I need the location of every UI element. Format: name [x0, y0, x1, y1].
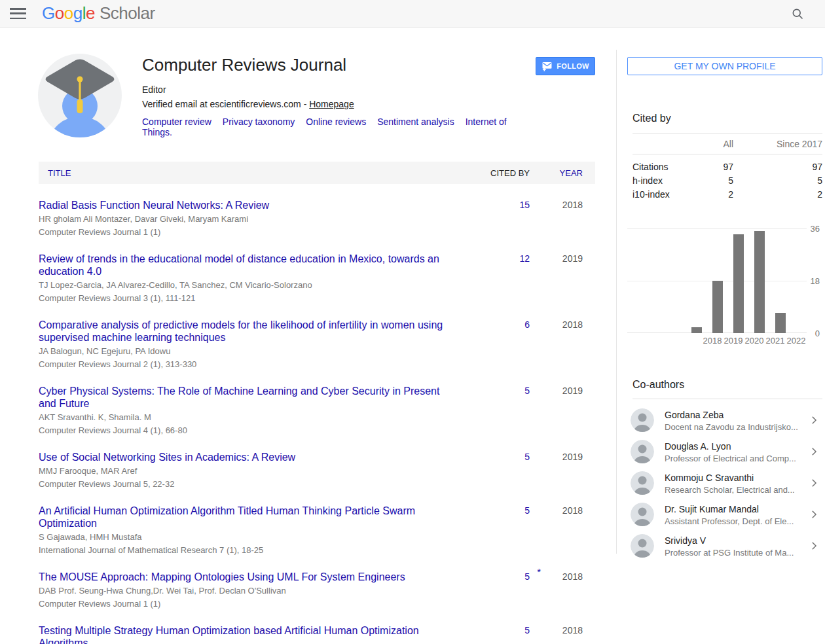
menu-icon[interactable] [10, 8, 26, 19]
table-row: An Artificial Human Optimization Algorit… [39, 505, 595, 556]
profile-avatar [38, 54, 122, 137]
cited-by-count-link[interactable]: 15 [519, 200, 530, 210]
chart-bar-slot [770, 231, 791, 333]
search-icon[interactable] [788, 5, 807, 23]
article-info: Cyber Physical Systems: The Role of Mach… [39, 385, 471, 436]
homepage-link[interactable]: Homepage [309, 99, 354, 109]
verified-email: Verified email at escientificreviews.com… [142, 99, 522, 109]
chevron-right-icon[interactable] [808, 414, 820, 426]
publications-rows: Radial Basis Function Neural Networks: A… [39, 199, 595, 644]
google-scholar-logo[interactable]: GoogleScholar [42, 3, 155, 24]
stat-label: Citations [632, 162, 695, 172]
x-tick-label: 2022 [786, 336, 807, 346]
cited-by-header[interactable]: CITED BY [471, 168, 530, 178]
publications-table-header: TITLE CITED BY YEAR [39, 162, 595, 184]
coauthor-name-link[interactable]: Douglas A. Lyon [665, 441, 731, 452]
starred-indicator[interactable]: * [537, 566, 541, 577]
citation-bar-2022[interactable] [775, 313, 786, 333]
article-title-link[interactable]: Radial Basis Function Neural Networks: A… [39, 200, 269, 211]
article-title-link[interactable]: Use of Social Networking Sites in Academ… [39, 452, 295, 463]
cited-by-cell: 5 [471, 451, 530, 490]
chart-plot-area [627, 228, 807, 333]
coauthor-name-link[interactable]: Dr. Sujit Kumar Mandal [665, 504, 759, 514]
divider [632, 154, 822, 154]
chart-y-axis: 36180 [807, 228, 822, 333]
cited-by-count-link[interactable]: 6 [524, 319, 530, 330]
cited-by-count-link[interactable]: 5 [524, 385, 530, 396]
coauthor-name-link[interactable]: Srividya V [665, 535, 706, 546]
coauthor-item[interactable]: Douglas A. LyonProfessor of Electrical a… [627, 436, 822, 467]
stat-since-value: 2 [733, 189, 822, 200]
article-title-link[interactable]: The MOUSE Approach: Mapping Ontologies U… [39, 571, 405, 582]
article-venue: Computer Reviews Journal 2 (1), 313-330 [39, 359, 451, 370]
citation-bar-2021[interactable] [754, 231, 765, 333]
table-row: Use of Social Networking Sites in Academ… [39, 451, 595, 490]
cited-by-cell: 5 [471, 505, 530, 556]
article-title-link[interactable]: Cyber Physical Systems: The Role of Mach… [39, 385, 439, 409]
sort-by-year-header[interactable]: YEAR [530, 168, 595, 178]
stat-all-value: 97 [695, 162, 733, 172]
interest-link-4[interactable]: Sentiment analysis [377, 116, 454, 127]
follow-button[interactable]: FOLLOW [536, 57, 595, 75]
cited-by-cell: 5 [471, 624, 530, 644]
coauthor-item[interactable]: Dr. Sujit Kumar MandalAssistant Professo… [627, 499, 822, 530]
interest-link-3[interactable]: Online reviews [306, 116, 366, 127]
chevron-right-icon[interactable] [808, 477, 820, 489]
coauthor-item[interactable]: Srividya VProfessor at PSG Institute of … [627, 530, 822, 562]
chevron-right-icon[interactable] [808, 446, 820, 457]
stat-label: i10-index [632, 189, 695, 200]
sort-by-title-header[interactable]: TITLE [39, 168, 471, 178]
interests-list: Computer reviewPrivacy taxonomyOnline re… [142, 116, 522, 137]
logo-letter: g [73, 3, 82, 23]
chart-bar-slot [686, 231, 707, 333]
col-since: Since 2017 [733, 139, 822, 149]
cited-by-count-link[interactable]: 5 [524, 505, 530, 516]
column-divider [616, 50, 617, 554]
citation-bar-2018[interactable] [691, 327, 702, 333]
article-title-link[interactable]: Testing Multiple Strategy Human Optimiza… [39, 625, 419, 644]
article-venue: Computer Reviews Journal 5, 22-32 [39, 478, 451, 490]
article-authors: TJ Lopez-Garcia, JA Alvarez-Cedillo, TA … [39, 279, 451, 291]
interest-link-2[interactable]: Privacy taxonomy [223, 116, 295, 127]
article-authors: HR gholam Ali Montazer, Davar Giveki, Ma… [39, 213, 451, 224]
logo-letter: o [55, 3, 64, 23]
chevron-right-icon[interactable] [808, 509, 820, 520]
coauthor-name-link[interactable]: Gordana Zeba [665, 410, 724, 420]
article-info: Testing Multiple Strategy Human Optimiza… [39, 624, 471, 644]
coauthor-item[interactable]: Gordana ZebaDocent na Zavodu za Industri… [627, 404, 822, 436]
cited-by-count-link[interactable]: 5 [524, 452, 530, 462]
article-venue: Computer Reviews Journal 4 (1), 66-80 [39, 425, 451, 436]
article-info: Use of Social Networking Sites in Academ… [39, 451, 471, 490]
coauthor-name-link[interactable]: Kommoju C Sravanthi [665, 473, 754, 483]
article-title-link[interactable]: Comparative analysis of predictive model… [39, 319, 443, 343]
table-row: The MOUSE Approach: Mapping Ontologies U… [39, 571, 595, 609]
cited-by-count-link[interactable]: 5 [524, 571, 530, 582]
x-tick-label: 2020 [744, 336, 765, 346]
coauthor-avatar [631, 440, 654, 463]
year-cell: 2018 [530, 505, 595, 556]
cited-by-count-link[interactable]: 12 [519, 253, 530, 264]
divider [632, 399, 822, 399]
stat-since-value: 97 [733, 162, 822, 172]
x-tick-label: 2021 [765, 336, 786, 346]
citation-bar-2019[interactable] [712, 281, 723, 333]
year-cell: 2018 [530, 624, 595, 644]
logo-letter: e [86, 3, 95, 23]
cited-by-cell: 5* [471, 571, 530, 609]
cited-by-cell: 15 [471, 199, 530, 238]
cited-by-cell: 5 [471, 385, 530, 436]
coauthors-title: Co-authors [632, 379, 822, 391]
get-my-own-profile-button[interactable]: GET MY OWN PROFILE [627, 57, 822, 75]
interest-link-1[interactable]: Computer review [142, 116, 211, 127]
stat-all-value: 2 [695, 189, 733, 200]
citation-bar-2020[interactable] [733, 234, 744, 333]
cited-by-count-link[interactable]: 5 [524, 625, 530, 635]
article-title-link[interactable]: An Artificial Human Optimization Algorit… [39, 505, 415, 529]
chart-bar-slot [728, 231, 749, 333]
chevron-right-icon[interactable] [808, 540, 820, 552]
coauthor-avatar [631, 503, 654, 526]
year-cell: 2019 [530, 253, 595, 304]
coauthor-item[interactable]: Kommoju C SravanthiResearch Scholar, Ele… [627, 467, 822, 499]
article-title-link[interactable]: Review of trends in the educational mode… [39, 253, 439, 277]
coauthor-info: Kommoju C SravanthiResearch Scholar, Ele… [665, 472, 803, 495]
